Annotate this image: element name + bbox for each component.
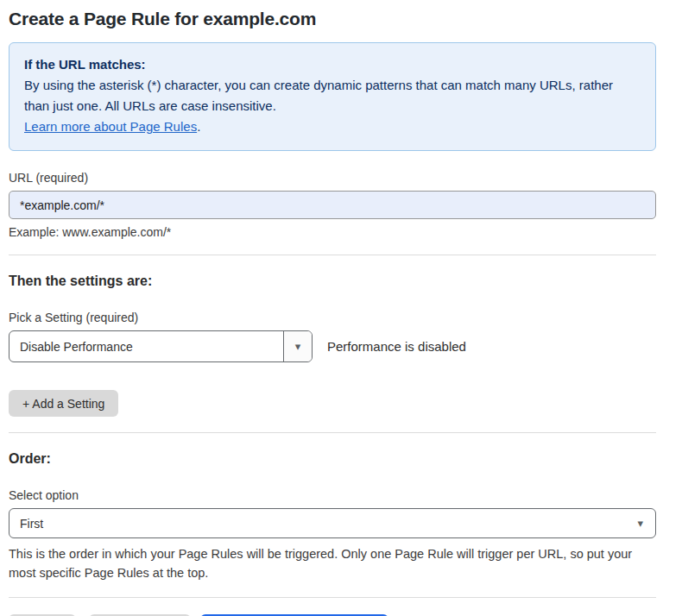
order-description: This is the order in which your Page Rul… <box>9 544 656 583</box>
setting-select-arrow-button[interactable]: ▾ <box>283 331 312 361</box>
chevron-down-icon: ▾ <box>295 340 301 353</box>
setting-select[interactable]: Disable Performance ▾ <box>9 330 313 362</box>
order-select-value: First <box>20 517 43 531</box>
info-box-body: By using the asterisk (*) character, you… <box>24 75 641 116</box>
url-field-label: URL (required) <box>9 171 656 185</box>
setting-picker-label: Pick a Setting (required) <box>9 311 656 324</box>
divider <box>9 255 656 255</box>
url-example-hint: Example: www.example.com/* <box>9 225 656 239</box>
page-title: Create a Page Rule for example.com <box>9 9 656 29</box>
url-input[interactable] <box>9 191 656 219</box>
add-setting-button[interactable]: + Add a Setting <box>9 390 118 417</box>
setting-select-value: Disable Performance <box>9 331 283 361</box>
url-match-info-box: If the URL matches: By using the asteris… <box>9 42 656 151</box>
settings-section-heading: Then the settings are: <box>9 273 656 289</box>
divider <box>9 597 656 598</box>
divider <box>9 432 656 433</box>
chevron-down-icon: ▾ <box>637 517 643 530</box>
learn-more-link[interactable]: Learn more about Page Rules <box>24 119 197 134</box>
order-section-heading: Order: <box>9 451 656 467</box>
setting-status-text: Performance is disabled <box>327 339 466 354</box>
setting-row: Disable Performance ▾ Performance is dis… <box>9 330 656 362</box>
info-box-link-line: Learn more about Page Rules. <box>24 116 641 137</box>
order-select[interactable]: First ▾ <box>9 508 656 538</box>
info-box-heading: If the URL matches: <box>24 54 641 75</box>
page-rule-form: Create a Page Rule for example.com If th… <box>0 0 682 616</box>
link-suffix: . <box>197 119 200 134</box>
order-select-label: Select option <box>9 488 656 502</box>
